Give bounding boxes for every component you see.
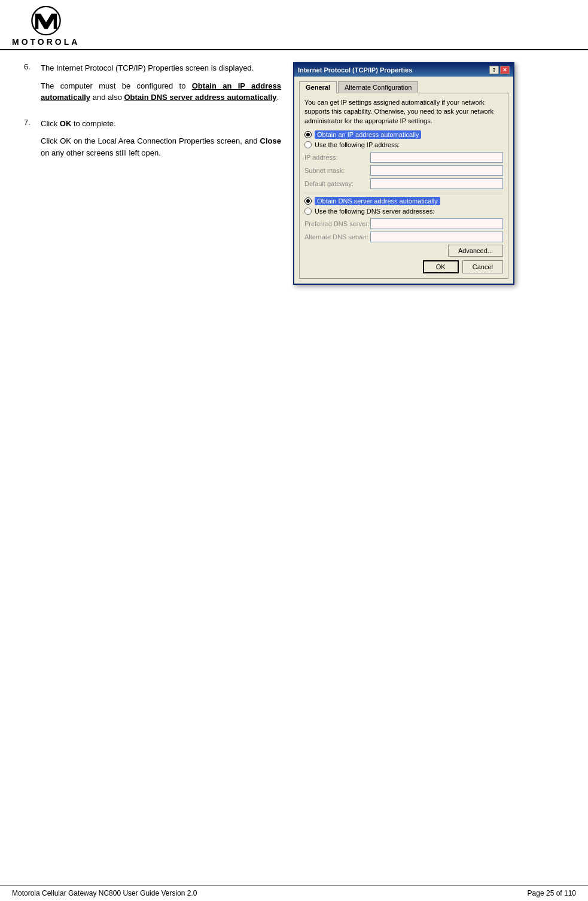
step-6-text: The Internet Protocol (TCP/IP) Propertie… — [41, 62, 281, 109]
step-7: 7. Click OK to complete. Click OK on the… — [24, 118, 281, 165]
page-container: MOTOROLA 6. The Internet Protocol (TCP/I… — [0, 0, 588, 901]
brand-name: MOTOROLA — [12, 37, 80, 47]
text-column: 6. The Internet Protocol (TCP/IP) Proper… — [24, 62, 281, 173]
default-gateway-label: Default gateway: — [304, 180, 370, 187]
radio-obtain-ip-circle[interactable] — [304, 131, 312, 138]
tab-general[interactable]: General — [299, 81, 337, 93]
step-6-main: The Internet Protocol (TCP/IP) Propertie… — [41, 62, 281, 74]
step-7-main: Click OK to complete. — [41, 118, 281, 130]
preferred-dns-label: Preferred DNS server: — [304, 220, 370, 227]
dialog-tabs: General Alternate Configuration — [299, 81, 508, 93]
preferred-dns-row: Preferred DNS server: — [304, 218, 503, 229]
alternate-dns-input[interactable] — [370, 232, 503, 242]
footer-right-text: Page 25 of 110 — [528, 889, 576, 897]
default-gateway-input[interactable] — [370, 178, 503, 189]
dialog-title: Internet Protocol (TCP/IP) Properties — [298, 66, 412, 74]
dialog-body: General Alternate Configuration You can … — [294, 77, 513, 284]
help-button[interactable]: ? — [489, 66, 499, 74]
radio-use-dns-label: Use the following DNS server addresses: — [315, 208, 435, 215]
radio-use-dns-circle[interactable] — [304, 208, 312, 215]
radio-obtain-dns-label: Obtain DNS server address automatically — [315, 197, 440, 205]
radio-obtain-dns: Obtain DNS server address automatically — [304, 197, 503, 205]
motorola-m-icon — [28, 6, 64, 36]
footer-left-text: Motorola Cellular Gateway NC800 User Gui… — [12, 889, 197, 897]
step-6-number: 6. — [24, 62, 36, 109]
info-text: You can get IP settings assigned automat… — [304, 98, 503, 126]
step-7-text: Click OK to complete. Click OK on the Lo… — [41, 118, 281, 165]
ip-address-label: IP address: — [304, 154, 370, 161]
step-7-number: 7. — [24, 118, 36, 165]
radio-obtain-ip: Obtain an IP address automatically — [304, 130, 503, 139]
tab-alternate[interactable]: Alternate Configuration — [338, 81, 419, 93]
divider — [304, 193, 503, 193]
radio-use-ip: Use the following IP address: — [304, 141, 503, 148]
alternate-dns-label: Alternate DNS server: — [304, 233, 370, 241]
motorola-logo: MOTOROLA — [12, 6, 80, 47]
radio-use-ip-circle[interactable] — [304, 141, 312, 148]
radio-obtain-ip-label: Obtain an IP address automatically — [315, 130, 421, 139]
default-gateway-row: Default gateway: — [304, 178, 503, 189]
tcp-ip-dialog: Internet Protocol (TCP/IP) Properties ? … — [293, 62, 514, 285]
alternate-dns-row: Alternate DNS server: — [304, 232, 503, 242]
subnet-mask-label: Subnet mask: — [304, 167, 370, 174]
page-footer: Motorola Cellular Gateway NC800 User Gui… — [0, 885, 588, 901]
main-content: 6. The Internet Protocol (TCP/IP) Proper… — [0, 50, 588, 885]
advanced-btn-row: Advanced... — [304, 245, 503, 257]
subnet-mask-row: Subnet mask: — [304, 165, 503, 176]
ip-address-input[interactable] — [370, 152, 503, 163]
cancel-button[interactable]: Cancel — [462, 260, 503, 273]
content-row: 6. The Internet Protocol (TCP/IP) Proper… — [24, 62, 564, 285]
subnet-mask-input[interactable] — [370, 165, 503, 176]
step-6-sub: The computer must be configured to Obtai… — [41, 80, 281, 104]
page-header: MOTOROLA — [0, 0, 588, 50]
step-6: 6. The Internet Protocol (TCP/IP) Proper… — [24, 62, 281, 109]
dialog-column: Internet Protocol (TCP/IP) Properties ? … — [293, 62, 514, 285]
step-7-sub: Click OK on the Local Area Connection Pr… — [41, 135, 281, 159]
ok-button[interactable]: OK — [423, 260, 459, 273]
win-controls: ? ✕ — [489, 66, 510, 74]
dialog-title-bar: Internet Protocol (TCP/IP) Properties ? … — [294, 63, 513, 77]
advanced-button[interactable]: Advanced... — [448, 245, 503, 257]
dns-radio-group: Obtain DNS server address automatically … — [304, 197, 503, 215]
tab-content: You can get IP settings assigned automat… — [299, 93, 508, 279]
radio-use-ip-label: Use the following IP address: — [315, 141, 400, 148]
radio-obtain-dns-circle[interactable] — [304, 197, 312, 205]
radio-use-dns: Use the following DNS server addresses: — [304, 208, 503, 215]
close-button[interactable]: ✕ — [500, 66, 510, 74]
ok-cancel-row: OK Cancel — [304, 260, 503, 273]
preferred-dns-input[interactable] — [370, 218, 503, 229]
ip-radio-group: Obtain an IP address automatically Use t… — [304, 130, 503, 148]
ip-address-row: IP address: — [304, 152, 503, 163]
